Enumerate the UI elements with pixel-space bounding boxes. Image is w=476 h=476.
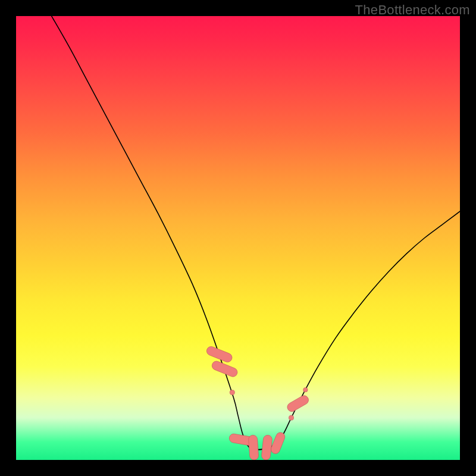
chart-marker <box>205 345 233 364</box>
bottleneck-curve <box>52 16 460 450</box>
chart-marker <box>270 431 286 455</box>
chart-marker <box>211 360 239 378</box>
chart-marker <box>248 435 259 460</box>
chart-frame: TheBottleneck.com <box>0 0 476 476</box>
chart-marker <box>228 433 258 447</box>
chart-marker <box>230 390 234 395</box>
chart-marker <box>286 394 310 413</box>
chart-plot-area <box>16 16 460 460</box>
chart-marker <box>303 387 308 392</box>
marker-group <box>205 345 310 460</box>
chart-marker <box>261 435 273 460</box>
chart-overlay-svg <box>16 16 460 460</box>
chart-marker <box>289 415 293 420</box>
